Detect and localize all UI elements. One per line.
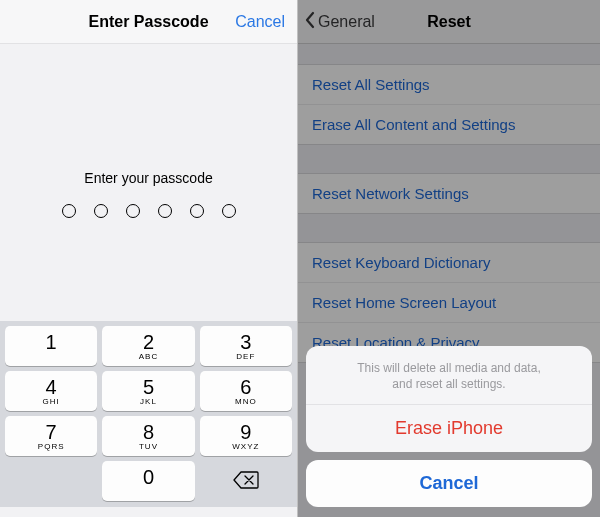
sheet-msg-line: and reset all settings. bbox=[392, 377, 505, 391]
action-sheet-message: This will delete all media and data, and… bbox=[306, 346, 592, 405]
passcode-dot bbox=[62, 204, 76, 218]
passcode-navbar: Enter Passcode Cancel bbox=[0, 0, 297, 44]
key-letters: JKL bbox=[140, 398, 157, 406]
action-sheet: This will delete all media and data, and… bbox=[306, 346, 592, 507]
key-digit: 8 bbox=[143, 422, 154, 442]
passcode-dot bbox=[222, 204, 236, 218]
key-digit: 0 bbox=[143, 467, 154, 487]
key-digit: 2 bbox=[143, 332, 154, 352]
passcode-entry-area: Enter your passcode bbox=[0, 44, 297, 344]
backspace-icon bbox=[233, 471, 259, 492]
key-5[interactable]: 5 JKL bbox=[102, 371, 194, 411]
passcode-cancel-button[interactable]: Cancel bbox=[235, 13, 285, 31]
key-digit: 9 bbox=[240, 422, 251, 442]
passcode-prompt: Enter your passcode bbox=[84, 170, 212, 186]
sheet-cancel-button[interactable]: Cancel bbox=[306, 460, 592, 507]
key-letters: DEF bbox=[236, 353, 255, 361]
key-blank bbox=[5, 461, 97, 501]
numeric-keypad: 1 2 ABC 3 DEF 4 GHI 5 JKL 6 MNO 7 PQRS 8 bbox=[0, 321, 297, 507]
key-backspace[interactable] bbox=[200, 461, 292, 501]
key-digit: 4 bbox=[46, 377, 57, 397]
key-6[interactable]: 6 MNO bbox=[200, 371, 292, 411]
key-4[interactable]: 4 GHI bbox=[5, 371, 97, 411]
passcode-dot bbox=[126, 204, 140, 218]
key-2[interactable]: 2 ABC bbox=[102, 326, 194, 366]
passcode-dots bbox=[62, 204, 236, 218]
key-0[interactable]: 0 bbox=[102, 461, 194, 501]
key-3[interactable]: 3 DEF bbox=[200, 326, 292, 366]
key-letters: TUV bbox=[139, 443, 158, 451]
key-digit: 7 bbox=[46, 422, 57, 442]
key-digit: 1 bbox=[46, 332, 57, 352]
key-7[interactable]: 7 PQRS bbox=[5, 416, 97, 456]
key-letters: WXYZ bbox=[232, 443, 259, 451]
key-8[interactable]: 8 TUV bbox=[102, 416, 194, 456]
passcode-dot bbox=[94, 204, 108, 218]
passcode-dot bbox=[158, 204, 172, 218]
passcode-dot bbox=[190, 204, 204, 218]
key-digit: 5 bbox=[143, 377, 154, 397]
passcode-title: Enter Passcode bbox=[88, 13, 208, 31]
action-sheet-block: This will delete all media and data, and… bbox=[306, 346, 592, 452]
key-letters: GHI bbox=[43, 398, 60, 406]
key-digit: 6 bbox=[240, 377, 251, 397]
sheet-msg-line: This will delete all media and data, bbox=[357, 361, 540, 375]
key-letters: ABC bbox=[139, 353, 158, 361]
key-letters: MNO bbox=[235, 398, 257, 406]
passcode-screen: Enter Passcode Cancel Enter your passcod… bbox=[0, 0, 298, 517]
key-letters: PQRS bbox=[38, 443, 65, 451]
reset-screen: General Reset Reset All Settings Erase A… bbox=[298, 0, 600, 517]
erase-iphone-button[interactable]: Erase iPhone bbox=[306, 405, 592, 452]
key-digit: 3 bbox=[240, 332, 251, 352]
key-9[interactable]: 9 WXYZ bbox=[200, 416, 292, 456]
key-1[interactable]: 1 bbox=[5, 326, 97, 366]
